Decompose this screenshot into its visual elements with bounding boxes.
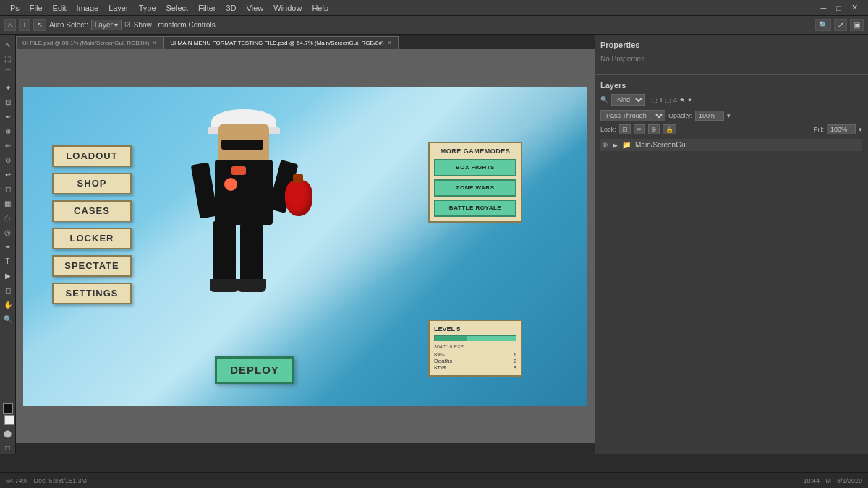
opacity-dropdown[interactable]: ▾ (727, 112, 731, 119)
eraser-tool[interactable]: ◻ (1, 182, 14, 195)
restore-button[interactable]: □ (832, 2, 846, 14)
layer-name-label: Main/ScreenGui (635, 141, 687, 149)
filter-toggle[interactable]: ● (688, 96, 692, 103)
tab-close-0[interactable]: ✕ (152, 40, 157, 46)
tab-bar: UI FILE.psd @ 80.1% (Main/ScreenGui, RGB… (16, 35, 609, 49)
minimize-button[interactable]: ─ (817, 2, 831, 14)
cases-button[interactable]: CASES (52, 200, 132, 222)
left-menu: LOADOUT SHOP CASES LOCKER SPECTATE SETTI… (52, 145, 132, 304)
help-menu[interactable]: Help (307, 2, 333, 14)
tab-close-1[interactable]: ✕ (387, 40, 392, 46)
quick-mask-icon[interactable]: ⬤ (1, 427, 14, 440)
tab-0[interactable]: UI FILE.psd @ 80.1% (Main/ScreenGui, RGB… (16, 36, 163, 49)
char-glasses (221, 140, 263, 150)
type-tool[interactable]: T (1, 254, 14, 267)
zoom-icon[interactable]: 🔍 (815, 19, 831, 31)
crop-tool[interactable]: ⊡ (1, 95, 14, 108)
transform-label: Show Transform Controls (134, 21, 216, 29)
char-flower (224, 178, 237, 191)
file-menu[interactable]: File (25, 2, 47, 14)
status-bar: 64.74% Doc: 5.93t/151.3M 10:44 PM 8/1/20… (0, 472, 868, 488)
lock-transparent-btn[interactable]: ⊡ (619, 124, 631, 134)
history-brush-tool[interactable]: ↩ (1, 168, 14, 181)
stats-panel: LEVEL 5 304/510 EXP Kills 1 Deaths 2 KDR… (428, 320, 522, 377)
layer-visibility-toggle[interactable]: 👁 (602, 142, 608, 149)
pen-tool[interactable]: ✒ (1, 240, 14, 253)
properties-title: Properties (600, 40, 862, 49)
loadout-button[interactable]: LOADOUT (52, 145, 132, 167)
clone-tool[interactable]: ⊙ (1, 153, 14, 166)
settings-button[interactable]: SETTINGS (52, 283, 132, 304)
eyedropper-tool[interactable]: ✒ (1, 110, 14, 123)
battle-royale-button[interactable]: BATTLE ROYALE (434, 200, 516, 217)
type-menu[interactable]: Type (135, 2, 161, 14)
magic-wand-tool[interactable]: ✦ (1, 81, 14, 94)
move-tool[interactable]: ↖ (1, 38, 14, 51)
new-doc-icon[interactable]: + (19, 19, 30, 31)
transform-checkbox[interactable]: ☑ (124, 21, 131, 29)
brush-tool[interactable]: ✏ (1, 139, 14, 152)
close-button[interactable]: ✕ (847, 1, 862, 14)
heal-tool[interactable]: ⊕ (1, 124, 14, 137)
edit-menu[interactable]: Edit (48, 2, 71, 14)
shop-button[interactable]: SHOP (52, 173, 132, 194)
level-label: LEVEL 5 (434, 325, 516, 333)
view-menu[interactable]: View (242, 2, 268, 14)
fill-input[interactable] (827, 124, 856, 134)
kdr-row: KDR 3 (434, 364, 516, 371)
path-selection-tool[interactable]: ▶ (1, 269, 14, 282)
arrow-tool[interactable]: ↖ (33, 19, 46, 31)
ps-menu[interactable]: Ps (6, 2, 24, 14)
select-tool[interactable]: ⬚ (1, 52, 14, 65)
gamemodes-panel: MORE GAMEMODES BOX FIGHTS ZONE WARS BATT… (428, 142, 522, 223)
window-menu[interactable]: Window (269, 2, 306, 14)
layer-menu[interactable]: Layer (104, 2, 133, 14)
fill-dropdown[interactable]: ▾ (859, 126, 862, 133)
game-canvas: LOADOUT SHOP CASES LOCKER SPECTATE SETTI… (23, 87, 587, 406)
fill-label: Fill: (814, 126, 824, 133)
zoom-tool[interactable]: 🔍 (1, 312, 14, 325)
image-menu[interactable]: Image (72, 2, 103, 14)
zone-wars-button[interactable]: ZONE WARS (434, 179, 516, 197)
hand-tool[interactable]: ✋ (1, 298, 14, 311)
screen-mode-icon[interactable]: □ (1, 441, 14, 454)
screen-mode-icon[interactable]: ▣ (850, 19, 864, 31)
doc-size: Doc: 5.93t/151.3M (34, 477, 88, 484)
lasso-tool[interactable]: ⌒ (1, 67, 14, 80)
locker-button[interactable]: LOCKER (52, 228, 132, 249)
deaths-row: Deaths 2 (434, 358, 516, 364)
foreground-color[interactable] (3, 403, 13, 414)
date: 8/1/2020 (837, 477, 862, 484)
lock-label: Lock: (600, 126, 616, 133)
tab-1[interactable]: UI MAIN MENU FORMAT TESTING FILE.psd @ 6… (163, 36, 398, 49)
blend-mode-select[interactable]: Pass Through (600, 110, 665, 121)
char-grenade-top (293, 174, 303, 183)
deploy-button[interactable]: DEPLOY (215, 356, 294, 384)
kills-row: Kills 1 (434, 351, 516, 358)
lock-row: Lock: ⊡ ✏ ⊕ 🔒 Fill: ▾ (600, 124, 862, 134)
no-properties-text: No Properties (600, 49, 862, 69)
filter-menu[interactable]: Filter (194, 2, 220, 14)
blur-tool[interactable]: ◌ (1, 211, 14, 224)
dodge-tool[interactable]: ◎ (1, 226, 14, 239)
3d-menu[interactable]: 3D (222, 2, 241, 14)
layer-expand-arrow[interactable]: ▶ (613, 142, 618, 149)
zoom-level: 64.74% (6, 477, 28, 484)
lock-image-btn[interactable]: ✏ (634, 124, 645, 134)
background-color[interactable] (4, 415, 14, 425)
char-bow-tie (231, 166, 246, 175)
layer-dropdown[interactable]: Layer ▾ (91, 20, 122, 30)
char-left-arm (191, 162, 218, 218)
spectate-button[interactable]: SPECTATE (52, 255, 132, 277)
lock-position-btn[interactable]: ⊕ (648, 124, 660, 134)
opacity-input[interactable] (695, 111, 724, 121)
home-icon[interactable]: ⌂ (4, 19, 16, 31)
gradient-tool[interactable]: ▦ (1, 197, 14, 210)
arrange-icon[interactable]: ⤢ (834, 19, 847, 31)
lock-all-btn[interactable]: 🔒 (663, 124, 676, 134)
kind-select[interactable]: Kind (611, 94, 645, 106)
select-menu[interactable]: Select (162, 2, 193, 14)
box-fights-button[interactable]: BOX FIGHTS (434, 159, 516, 176)
menu-bar: Ps File Edit Image Layer Type Select Fil… (0, 0, 868, 16)
shape-tool[interactable]: ◻ (1, 283, 14, 296)
